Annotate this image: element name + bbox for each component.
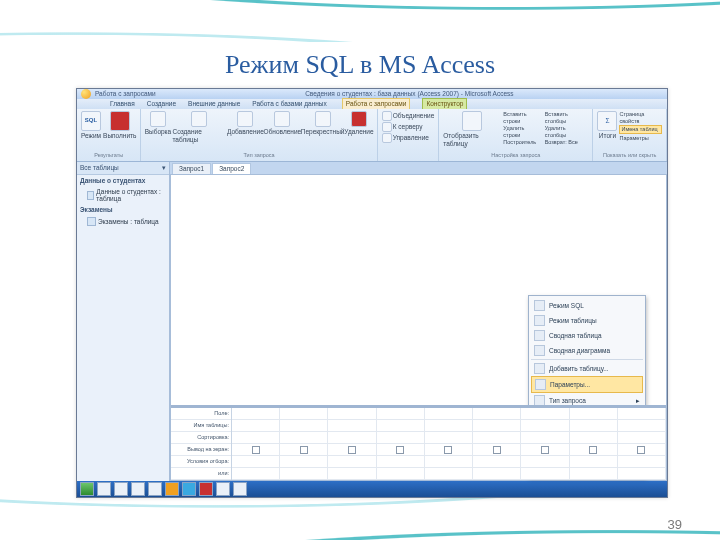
table-names-button[interactable]: Имена таблиц bbox=[619, 125, 662, 134]
grid-cell[interactable] bbox=[328, 456, 376, 468]
grid-cell[interactable] bbox=[618, 408, 666, 420]
taskbar-app-icon[interactable] bbox=[148, 482, 162, 496]
grid-cell[interactable] bbox=[473, 420, 521, 432]
grid-cell[interactable] bbox=[618, 468, 666, 480]
grid-cell[interactable] bbox=[377, 456, 425, 468]
grid-cell[interactable] bbox=[521, 456, 569, 468]
checkbox-icon[interactable] bbox=[300, 446, 308, 454]
tab-external[interactable]: Внешние данные bbox=[185, 99, 243, 109]
grid-cell[interactable] bbox=[473, 432, 521, 444]
tab-design[interactable]: Конструктор bbox=[422, 98, 467, 109]
grid-cell[interactable] bbox=[473, 444, 521, 456]
grid-cell[interactable] bbox=[570, 456, 618, 468]
grid-cell[interactable] bbox=[425, 420, 473, 432]
grid-cell[interactable] bbox=[232, 444, 280, 456]
property-sheet-button[interactable]: Страница свойств bbox=[619, 111, 662, 124]
nav-item-exams-table[interactable]: Экзамены : таблица bbox=[77, 216, 169, 227]
grid-cell[interactable] bbox=[377, 420, 425, 432]
grid-cell[interactable] bbox=[280, 408, 328, 420]
grid-cell[interactable] bbox=[377, 432, 425, 444]
grid-cell[interactable] bbox=[618, 444, 666, 456]
tab-query2[interactable]: Запрос2 bbox=[212, 163, 251, 174]
grid-cell[interactable] bbox=[425, 408, 473, 420]
checkbox-icon[interactable] bbox=[444, 446, 452, 454]
select-query-button[interactable]: Выборка bbox=[145, 111, 170, 144]
nav-item-students-table[interactable]: Данные о студентах : таблица bbox=[77, 187, 169, 205]
tab-db-tools[interactable]: Работа с базами данных bbox=[249, 99, 329, 109]
taskbar-app-icon[interactable] bbox=[182, 482, 196, 496]
grid-cell[interactable] bbox=[328, 432, 376, 444]
grid-cell[interactable] bbox=[521, 420, 569, 432]
checkbox-icon[interactable] bbox=[396, 446, 404, 454]
grid-cell[interactable] bbox=[377, 408, 425, 420]
grid-cell[interactable] bbox=[377, 468, 425, 480]
delete-cols-button[interactable]: Удалить столбцы bbox=[545, 125, 589, 138]
grid-cell[interactable] bbox=[280, 456, 328, 468]
grid-cell[interactable] bbox=[328, 408, 376, 420]
taskbar-app-icon[interactable] bbox=[233, 482, 247, 496]
insert-rows-button[interactable]: Вставить строки bbox=[503, 111, 542, 124]
office-orb-icon[interactable] bbox=[81, 89, 91, 99]
nav-group-exams[interactable]: Экзамены bbox=[77, 204, 169, 216]
grid-cell[interactable] bbox=[570, 408, 618, 420]
taskbar-app-icon[interactable] bbox=[216, 482, 230, 496]
delete-button[interactable]: Удаление bbox=[345, 111, 373, 144]
grid-cell[interactable] bbox=[618, 420, 666, 432]
builder-button[interactable]: Построитель bbox=[503, 139, 542, 146]
grid-cell[interactable] bbox=[425, 468, 473, 480]
grid-cell[interactable] bbox=[232, 408, 280, 420]
totals-button[interactable]: ΣИтоги bbox=[597, 111, 617, 141]
menu-parameters[interactable]: Параметры... bbox=[531, 376, 643, 393]
taskbar-app-icon[interactable] bbox=[97, 482, 111, 496]
grid-cell[interactable] bbox=[570, 432, 618, 444]
nav-group-students[interactable]: Данные о студентах bbox=[77, 175, 169, 187]
taskbar-app-icon[interactable] bbox=[114, 482, 128, 496]
grid-cell[interactable] bbox=[521, 408, 569, 420]
datadef-button[interactable]: Управление bbox=[382, 133, 429, 143]
grid-cell[interactable] bbox=[473, 468, 521, 480]
checkbox-icon[interactable] bbox=[541, 446, 549, 454]
insert-cols-button[interactable]: Вставить столбцы bbox=[545, 111, 589, 124]
parameters-button[interactable]: Параметры bbox=[619, 135, 662, 142]
grid-cell[interactable] bbox=[280, 468, 328, 480]
checkbox-icon[interactable] bbox=[348, 446, 356, 454]
taskbar-app-icon[interactable] bbox=[199, 482, 213, 496]
start-button[interactable] bbox=[80, 482, 94, 496]
taskbar-app-icon[interactable] bbox=[165, 482, 179, 496]
menu-pivottable-view[interactable]: Сводная таблица bbox=[531, 328, 643, 343]
grid-cell[interactable] bbox=[280, 444, 328, 456]
update-button[interactable]: Обновление bbox=[265, 111, 300, 144]
tab-query1[interactable]: Запрос1 bbox=[172, 163, 211, 174]
append-button[interactable]: Добавление bbox=[228, 111, 263, 144]
checkbox-icon[interactable] bbox=[637, 446, 645, 454]
grid-cell[interactable] bbox=[473, 456, 521, 468]
crosstab-button[interactable]: Перекрестный bbox=[302, 111, 343, 144]
grid-cell[interactable] bbox=[570, 444, 618, 456]
grid-cell[interactable] bbox=[521, 432, 569, 444]
run-button[interactable]: Выполнить bbox=[103, 111, 136, 140]
grid-cell[interactable] bbox=[521, 468, 569, 480]
menu-datasheet-view[interactable]: Режим таблицы bbox=[531, 313, 643, 328]
grid-cell[interactable] bbox=[232, 432, 280, 444]
grid-cell[interactable] bbox=[232, 420, 280, 432]
union-button[interactable]: Объединение bbox=[382, 111, 435, 121]
grid-cell[interactable] bbox=[377, 444, 425, 456]
grid-cell[interactable] bbox=[328, 420, 376, 432]
menu-pivotchart-view[interactable]: Сводная диаграмма bbox=[531, 343, 643, 358]
make-table-button[interactable]: Создание таблицы bbox=[172, 111, 226, 144]
grid-cell[interactable] bbox=[425, 432, 473, 444]
grid-cell[interactable] bbox=[570, 468, 618, 480]
grid-cell[interactable] bbox=[232, 456, 280, 468]
grid-cells[interactable] bbox=[232, 408, 666, 480]
tab-home[interactable]: Главная bbox=[107, 99, 138, 109]
passthrough-button[interactable]: К серверу bbox=[382, 122, 423, 132]
delete-rows-button[interactable]: Удалить строки bbox=[503, 125, 542, 138]
tab-create[interactable]: Создание bbox=[144, 99, 179, 109]
grid-cell[interactable] bbox=[521, 444, 569, 456]
grid-cell[interactable] bbox=[280, 420, 328, 432]
grid-cell[interactable] bbox=[425, 444, 473, 456]
checkbox-icon[interactable] bbox=[252, 446, 260, 454]
grid-cell[interactable] bbox=[618, 432, 666, 444]
grid-cell[interactable] bbox=[570, 420, 618, 432]
menu-sql-view[interactable]: Режим SQL bbox=[531, 298, 643, 313]
